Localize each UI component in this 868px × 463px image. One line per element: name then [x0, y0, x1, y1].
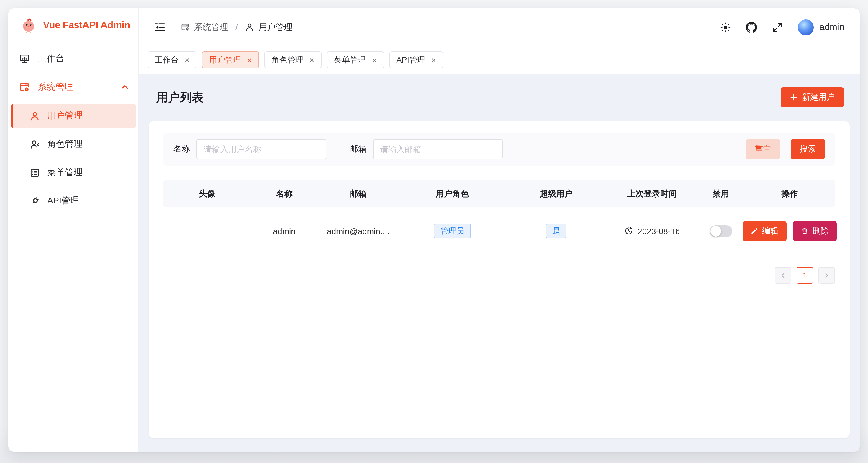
- cell-name: admin: [251, 226, 318, 236]
- delete-button[interactable]: 删除: [793, 221, 836, 241]
- last-login-value: 2023-08-16: [638, 226, 680, 236]
- clock-history-icon: [624, 227, 633, 235]
- sidebar-item-workbench[interactable]: 工作台: [8, 45, 138, 71]
- edit-button-label: 编辑: [762, 226, 779, 236]
- column-header-avatar: 头像: [163, 189, 251, 199]
- column-header-superuser: 超级用户: [506, 189, 607, 199]
- tab-close-icon[interactable]: ✕: [431, 56, 436, 63]
- menu-fold-icon: [154, 21, 166, 33]
- search-actions: 重置 搜索: [746, 139, 825, 159]
- cell-actions: 编辑 删除: [744, 221, 835, 241]
- column-header-actions: 操作: [744, 189, 835, 199]
- sidebar-item-label: 工作台: [38, 53, 64, 64]
- cell-email: admin@admin....: [318, 226, 398, 236]
- tab-label: 工作台: [155, 55, 179, 65]
- tab-label: API管理: [397, 55, 426, 65]
- tab-label: 用户管理: [209, 55, 241, 65]
- app-title: Vue FastAPI Admin: [43, 19, 130, 30]
- sidebar-item-user-management[interactable]: 用户管理: [11, 104, 136, 128]
- column-header-name: 名称: [251, 189, 318, 199]
- superuser-tag: 是: [546, 224, 567, 239]
- sidebar: Vue FastAPI Admin 工作台: [8, 8, 139, 452]
- user-menu[interactable]: admin: [798, 19, 844, 35]
- username: admin: [819, 22, 844, 32]
- user-list-card: 名称 邮箱 重置 搜索: [149, 121, 850, 438]
- cell-disabled: [697, 225, 744, 237]
- search-bar: 名称 邮箱 重置 搜索: [163, 133, 835, 166]
- page-number-1[interactable]: 1: [797, 267, 813, 284]
- tab-user-management[interactable]: 用户管理 ✕: [202, 51, 259, 68]
- cell-role: 管理员: [399, 224, 506, 239]
- sidebar-item-role-management[interactable]: 角色管理: [11, 132, 136, 156]
- tab-close-icon[interactable]: ✕: [247, 56, 252, 63]
- app-logo[interactable]: Vue FastAPI Admin: [8, 8, 138, 34]
- tab-menu-management[interactable]: 菜单管理 ✕: [327, 51, 384, 68]
- top-actions: admin: [720, 19, 844, 35]
- new-user-button[interactable]: 新建用户: [781, 87, 844, 107]
- sidebar-menu: 工作台 系统管理: [8, 45, 138, 213]
- search-button-label: 搜索: [800, 144, 816, 155]
- sidebar-item-system[interactable]: 系统管理: [8, 74, 138, 100]
- window-gear-icon: [19, 81, 30, 92]
- page-title: 用户列表: [156, 89, 204, 105]
- tab-close-icon[interactable]: ✕: [184, 56, 190, 63]
- tab-label: 角色管理: [272, 55, 303, 65]
- github-link-button[interactable]: [746, 22, 757, 33]
- email-input[interactable]: [373, 139, 503, 159]
- plug-icon: [30, 196, 40, 206]
- sidebar-item-menu-management[interactable]: 菜单管理: [11, 160, 136, 185]
- name-field-group: 名称: [174, 139, 326, 159]
- sun-icon: [720, 22, 731, 33]
- reset-button-label: 重置: [755, 144, 771, 155]
- sidebar-item-label: 角色管理: [47, 139, 83, 150]
- reset-button[interactable]: 重置: [746, 139, 780, 159]
- user-table: 头像 名称 邮箱 用户角色 超级用户 上次登录时间 禁用 操作 admin: [163, 180, 835, 255]
- page-content: 用户列表 新建用户 名称: [139, 74, 860, 452]
- list-icon: [30, 167, 40, 178]
- theme-toggle-button[interactable]: [720, 22, 731, 33]
- delete-button-label: 删除: [812, 226, 829, 236]
- tab-close-icon[interactable]: ✕: [309, 56, 314, 63]
- search-button[interactable]: 搜索: [791, 139, 825, 159]
- column-header-role: 用户角色: [399, 189, 506, 199]
- chevron-left-icon: [779, 272, 786, 279]
- user-avatar: [798, 19, 814, 35]
- table-row: admin admin@admin.... 管理员 是: [163, 207, 835, 255]
- name-label: 名称: [174, 144, 190, 155]
- breadcrumb-item-user[interactable]: 用户管理: [245, 22, 293, 33]
- window-gear-icon: [181, 23, 190, 32]
- fullscreen-button[interactable]: [772, 22, 783, 33]
- name-input[interactable]: [196, 139, 326, 159]
- chevron-up-icon: [119, 81, 130, 92]
- next-page-button[interactable]: [818, 267, 835, 284]
- toggle-knob: [710, 226, 721, 236]
- tab-bar: 工作台 ✕ 用户管理 ✕ 角色管理 ✕ 菜单管理 ✕ API管理 ✕: [139, 46, 860, 74]
- page-header: 用户列表 新建用户: [149, 74, 850, 121]
- monitor-icon: [19, 53, 30, 64]
- github-icon: [746, 22, 757, 33]
- sidebar-collapse-button[interactable]: [154, 21, 166, 33]
- tab-role-management[interactable]: 角色管理 ✕: [265, 51, 321, 68]
- tab-close-icon[interactable]: ✕: [372, 56, 377, 63]
- breadcrumb-item-system[interactable]: 系统管理: [181, 22, 228, 33]
- edit-button[interactable]: 编辑: [743, 221, 786, 241]
- table-header-row: 头像 名称 邮箱 用户角色 超级用户 上次登录时间 禁用 操作: [163, 180, 835, 207]
- sidebar-item-label: API管理: [47, 195, 79, 206]
- sidebar-item-api-management[interactable]: API管理: [11, 189, 136, 213]
- role-tag: 管理员: [434, 224, 471, 239]
- column-header-disabled: 禁用: [697, 189, 744, 199]
- prev-page-button[interactable]: [775, 267, 791, 284]
- tab-workbench[interactable]: 工作台 ✕: [148, 51, 197, 68]
- cell-superuser: 是: [506, 224, 607, 239]
- plus-icon: [789, 93, 798, 101]
- email-field-group: 邮箱: [350, 139, 503, 159]
- row-actions: 编辑 删除: [743, 221, 836, 241]
- person-icon: [30, 110, 40, 121]
- disabled-toggle[interactable]: [710, 225, 732, 237]
- tab-api-management[interactable]: API管理 ✕: [390, 51, 443, 68]
- breadcrumb-label: 系统管理: [194, 22, 228, 33]
- email-label: 邮箱: [350, 144, 366, 155]
- pencil-icon: [750, 227, 758, 235]
- sidebar-item-label: 用户管理: [47, 110, 83, 122]
- trash-icon: [800, 227, 808, 235]
